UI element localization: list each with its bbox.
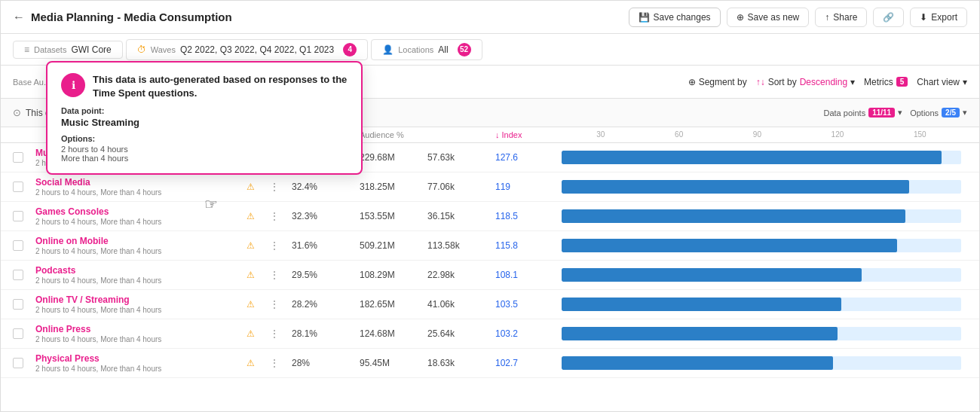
table-row: Social Media 2 hours to 4 hours, More th… [1, 172, 979, 202]
row-name-cell: Games Consoles 2 hours to 4 hours, More … [35, 206, 247, 226]
row-audience: 113.58k [427, 240, 495, 251]
datapoints-options: Data points 11/11 ▾ Options 2/5 ▾ [823, 108, 967, 117]
segment-by-button[interactable]: ⊕ Segment by [688, 77, 747, 87]
sort-icon: ↑↓ [756, 77, 765, 87]
row-checkbox[interactable] [13, 182, 35, 192]
table-row: Games Consoles 2 hours to 4 hours, More … [1, 202, 979, 231]
export-button[interactable]: ⬇ Export [910, 8, 967, 27]
table-row: Physical Press 2 hours to 4 hours, More … [1, 349, 979, 378]
row-checkbox[interactable] [13, 358, 35, 368]
tooltip-option-2: More than 4 hours [61, 154, 348, 163]
share-label: Share [833, 12, 857, 23]
more-options-icon[interactable]: ⋮ [269, 298, 292, 310]
toolbar-right: ⊕ Segment by ↑↓ Sort by Descending ▾ Met… [688, 77, 967, 87]
datasets-icon: ≡ [24, 44, 29, 55]
copy-icon: ⊕ [737, 12, 744, 23]
row-name-cell: Social Media 2 hours to 4 hours, More th… [35, 177, 247, 197]
row-checkbox[interactable] [13, 270, 35, 280]
row-bar-container [556, 268, 967, 282]
row-checkbox[interactable] [13, 152, 35, 163]
row-responses: 509.21M [360, 240, 427, 251]
more-options-icon[interactable]: ⋮ [269, 181, 292, 193]
share-button[interactable]: ↑ Share [815, 8, 867, 27]
row-index: 103.5 [495, 299, 556, 310]
row-responses: 182.65M [360, 299, 427, 310]
datasets-filter[interactable]: ≡ Datasets GWI Core [13, 41, 123, 59]
table-body: Music Streaming 2 hours to 4 hours, More… [1, 143, 979, 411]
row-name[interactable]: Online on Mobile [35, 236, 247, 246]
row-pct: 28.2% [292, 299, 360, 310]
row-name[interactable]: Games Consoles [35, 206, 247, 217]
col-audience-header: Audience % [360, 130, 427, 139]
row-name-cell: Online Press 2 hours to 4 hours, More th… [35, 324, 247, 343]
datapoints-button[interactable]: Data points 11/11 ▾ [823, 108, 902, 117]
save-changes-button[interactable]: 💾 Save changes [629, 8, 721, 27]
row-index: 127.6 [495, 152, 556, 163]
waves-badge: 4 [343, 43, 357, 56]
row-name[interactable]: Online TV / Streaming [35, 295, 247, 305]
row-name-cell: Online TV / Streaming 2 hours to 4 hours… [35, 295, 247, 314]
row-checkbox[interactable] [13, 299, 35, 310]
row-bar-container [556, 151, 967, 164]
row-checkbox[interactable] [13, 211, 35, 221]
waves-filter[interactable]: ⏱ Waves Q2 2022, Q3 2022, Q4 2022, Q1 20… [126, 39, 368, 60]
back-button[interactable]: ← [13, 11, 25, 24]
more-options-icon[interactable]: ⋮ [269, 357, 292, 369]
tooltip-options-label: Options: [61, 134, 348, 143]
tooltip-popup: ℹ This data is auto-generated based on r… [46, 61, 363, 175]
row-checkbox[interactable] [13, 328, 35, 339]
link-button[interactable]: 🔗 [873, 8, 904, 27]
tooltip-body: Data point: Music Streaming Options: 2 h… [61, 106, 348, 163]
table-row: Online Press 2 hours to 4 hours, More th… [1, 319, 979, 349]
page-title: Media Planning - Media Consumption [31, 11, 232, 23]
save-as-new-button[interactable]: ⊕ Save as new [727, 8, 810, 27]
row-name[interactable]: Social Media [35, 177, 247, 188]
row-pct: 29.5% [292, 270, 360, 280]
row-responses: 108.29M [360, 270, 427, 280]
options-chevron-icon: ▾ [963, 108, 967, 117]
metrics-button[interactable]: Metrics 5 [864, 77, 908, 87]
more-options-icon[interactable]: ⋮ [269, 269, 292, 281]
options-button[interactable]: Options 2/5 ▾ [910, 108, 967, 117]
more-options-icon[interactable]: ⋮ [269, 240, 292, 252]
row-index: 115.8 [495, 240, 556, 251]
tooltip-datapoint-label: Data point: [61, 106, 348, 115]
chart-view-button[interactable]: Chart view ▾ [917, 77, 967, 87]
row-name[interactable]: Online Press [35, 324, 247, 334]
more-options-icon[interactable]: ⋮ [269, 210, 292, 222]
row-audience: 41.06k [427, 299, 495, 310]
tooltip-header: ℹ This data is auto-generated based on r… [61, 73, 348, 100]
waves-icon: ⏱ [137, 44, 146, 55]
row-name[interactable]: Physical Press [35, 353, 247, 364]
row-pct: 32.3% [292, 211, 360, 221]
tooltip-icon: ℹ [61, 73, 85, 97]
row-pct: 31.6% [292, 240, 360, 251]
row-subtitle: 2 hours to 4 hours, More than 4 hours [35, 218, 247, 226]
row-responses: 153.55M [360, 211, 427, 221]
save-as-new-label: Save as new [748, 12, 800, 23]
link-icon: 🔗 [883, 12, 894, 23]
row-bar-container [556, 180, 967, 194]
row-name[interactable]: Podcasts [35, 265, 247, 276]
row-bar-container [556, 239, 967, 252]
sort-by-button[interactable]: ↑↓ Sort by Descending ▾ [756, 77, 855, 87]
row-bar-container [556, 209, 967, 223]
row-bar-container [556, 327, 967, 340]
locations-filter[interactable]: 👤 Locations All 52 [371, 39, 482, 60]
row-audience: 25.64k [427, 328, 495, 339]
row-checkbox[interactable] [13, 240, 35, 251]
row-name-cell: Podcasts 2 hours to 4 hours, More than 4… [35, 265, 247, 285]
row-subtitle: 2 hours to 4 hours, More than 4 hours [35, 276, 247, 285]
more-options-icon[interactable]: ⋮ [269, 328, 292, 340]
col-index-header: ↓ Index [495, 130, 556, 139]
row-name-cell: Physical Press 2 hours to 4 hours, More … [35, 353, 247, 373]
table-row: Online on Mobile 2 hours to 4 hours, Mor… [1, 231, 979, 261]
row-bar-container [556, 356, 967, 370]
row-responses: 124.68M [360, 328, 427, 339]
warning-icon: ⚠ [247, 182, 269, 192]
row-pct: 28.1% [292, 328, 360, 339]
row-audience: 77.06k [427, 182, 495, 192]
warning-icon: ⚠ [247, 211, 269, 221]
row-audience: 18.63k [427, 358, 495, 368]
locations-badge: 52 [458, 43, 471, 56]
